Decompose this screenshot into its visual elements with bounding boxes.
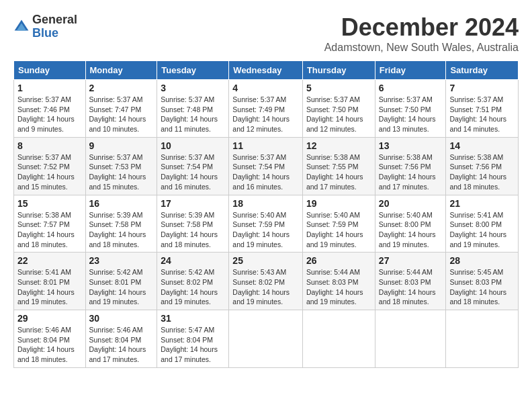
header-saturday: Saturday [446,61,519,80]
title-area: December 2024 Adamstown, New South Wales… [324,13,519,54]
day-number: 5 [306,83,371,93]
day-cell-14: 14 Sunrise: 5:38 AM Sunset: 7:56 PM Dayl… [446,137,519,195]
day-number: 9 [89,140,154,151]
day-number: 16 [89,198,154,209]
header-wednesday: Wednesday [229,61,303,80]
logo-general: General [32,13,77,26]
day-cell-5: 5 Sunrise: 5:37 AM Sunset: 7:50 PM Dayli… [302,80,375,138]
calendar-week-5: 29 Sunrise: 5:46 AM Sunset: 8:04 PM Dayl… [14,310,519,368]
day-info: Sunrise: 5:37 AM Sunset: 7:54 PM Dayligh… [232,152,299,192]
header-monday: Monday [85,61,157,80]
day-info: Sunrise: 5:41 AM Sunset: 8:00 PM Dayligh… [449,210,515,250]
empty-cell [302,310,375,368]
day-number: 4 [232,83,299,93]
month-title: December 2024 [324,13,519,42]
day-number: 30 [89,313,154,324]
day-number: 31 [161,313,225,324]
header-thursday: Thursday [302,61,375,80]
day-cell-25: 25 Sunrise: 5:43 AM Sunset: 8:02 PM Dayl… [229,253,303,310]
day-number: 14 [449,140,515,151]
day-cell-16: 16 Sunrise: 5:39 AM Sunset: 7:58 PM Dayl… [85,195,157,253]
day-info: Sunrise: 5:37 AM Sunset: 7:50 PM Dayligh… [379,95,443,134]
day-cell-27: 27 Sunrise: 5:44 AM Sunset: 8:03 PM Dayl… [375,253,446,310]
day-number: 24 [161,255,225,266]
header-tuesday: Tuesday [157,61,229,80]
day-cell-20: 20 Sunrise: 5:40 AM Sunset: 8:00 PM Dayl… [375,195,446,253]
day-cell-6: 6 Sunrise: 5:37 AM Sunset: 7:50 PM Dayli… [375,80,446,138]
day-cell-11: 11 Sunrise: 5:37 AM Sunset: 7:54 PM Dayl… [229,137,303,195]
day-number: 18 [232,198,299,209]
day-info: Sunrise: 5:37 AM Sunset: 7:54 PM Dayligh… [161,152,225,192]
day-number: 12 [306,140,371,151]
day-info: Sunrise: 5:37 AM Sunset: 7:49 PM Dayligh… [232,95,299,134]
calendar-week-1: 1 Sunrise: 5:37 AM Sunset: 7:46 PM Dayli… [14,80,519,138]
empty-cell [446,310,519,368]
day-cell-2: 2 Sunrise: 5:37 AM Sunset: 7:47 PM Dayli… [85,80,157,138]
day-cell-29: 29 Sunrise: 5:46 AM Sunset: 8:04 PM Dayl… [14,310,86,368]
calendar-week-4: 22 Sunrise: 5:41 AM Sunset: 8:01 PM Dayl… [14,253,519,310]
day-cell-22: 22 Sunrise: 5:41 AM Sunset: 8:01 PM Dayl… [14,253,86,310]
header-sunday: Sunday [14,61,86,80]
day-info: Sunrise: 5:46 AM Sunset: 8:04 PM Dayligh… [89,325,154,365]
day-info: Sunrise: 5:37 AM Sunset: 7:53 PM Dayligh… [89,152,154,192]
empty-cell [375,310,446,368]
day-info: Sunrise: 5:43 AM Sunset: 8:02 PM Dayligh… [232,267,299,307]
day-number: 25 [232,255,299,266]
logo-blue: Blue [32,26,58,40]
day-number: 26 [306,255,371,266]
day-number: 29 [17,313,82,324]
day-cell-4: 4 Sunrise: 5:37 AM Sunset: 7:49 PM Dayli… [229,80,303,138]
empty-cell [229,310,303,368]
day-number: 3 [161,83,225,93]
day-info: Sunrise: 5:44 AM Sunset: 8:03 PM Dayligh… [306,267,371,307]
location-subtitle: Adamstown, New South Wales, Australia [324,42,519,54]
logo: General Blue [13,13,77,40]
day-cell-9: 9 Sunrise: 5:37 AM Sunset: 7:53 PM Dayli… [85,137,157,195]
day-cell-30: 30 Sunrise: 5:46 AM Sunset: 8:04 PM Dayl… [85,310,157,368]
day-info: Sunrise: 5:44 AM Sunset: 8:03 PM Dayligh… [379,267,443,307]
day-cell-23: 23 Sunrise: 5:42 AM Sunset: 8:01 PM Dayl… [85,253,157,310]
day-number: 21 [449,198,515,209]
day-number: 17 [161,198,225,209]
day-info: Sunrise: 5:37 AM Sunset: 7:46 PM Dayligh… [17,95,82,134]
day-number: 2 [89,83,154,93]
header-row: Sunday Monday Tuesday Wednesday Thursday… [14,61,519,80]
day-cell-3: 3 Sunrise: 5:37 AM Sunset: 7:48 PM Dayli… [157,80,229,138]
calendar-week-3: 15 Sunrise: 5:38 AM Sunset: 7:57 PM Dayl… [14,195,519,253]
day-cell-12: 12 Sunrise: 5:38 AM Sunset: 7:55 PM Dayl… [302,137,375,195]
day-info: Sunrise: 5:40 AM Sunset: 7:59 PM Dayligh… [306,210,371,250]
day-info: Sunrise: 5:42 AM Sunset: 8:01 PM Dayligh… [89,267,154,307]
day-info: Sunrise: 5:40 AM Sunset: 7:59 PM Dayligh… [232,210,299,250]
day-cell-7: 7 Sunrise: 5:37 AM Sunset: 7:51 PM Dayli… [446,80,519,138]
day-cell-28: 28 Sunrise: 5:45 AM Sunset: 8:03 PM Dayl… [446,253,519,310]
day-info: Sunrise: 5:38 AM Sunset: 7:56 PM Dayligh… [379,152,443,192]
day-number: 7 [449,83,515,93]
day-number: 13 [379,140,443,151]
day-info: Sunrise: 5:38 AM Sunset: 7:55 PM Dayligh… [306,152,371,192]
day-number: 23 [89,255,154,266]
day-cell-19: 19 Sunrise: 5:40 AM Sunset: 7:59 PM Dayl… [302,195,375,253]
day-number: 19 [306,198,371,209]
day-cell-13: 13 Sunrise: 5:38 AM Sunset: 7:56 PM Dayl… [375,137,446,195]
day-number: 8 [17,140,82,151]
logo-icon [13,19,30,35]
day-cell-24: 24 Sunrise: 5:42 AM Sunset: 8:02 PM Dayl… [157,253,229,310]
calendar-table: Sunday Monday Tuesday Wednesday Thursday… [13,60,519,368]
day-number: 10 [161,140,225,151]
day-cell-1: 1 Sunrise: 5:37 AM Sunset: 7:46 PM Dayli… [14,80,86,138]
day-number: 1 [17,83,82,93]
day-cell-17: 17 Sunrise: 5:39 AM Sunset: 7:58 PM Dayl… [157,195,229,253]
page-header: General Blue December 2024 Adamstown, Ne… [13,13,519,54]
day-cell-10: 10 Sunrise: 5:37 AM Sunset: 7:54 PM Dayl… [157,137,229,195]
day-info: Sunrise: 5:37 AM Sunset: 7:48 PM Dayligh… [161,95,225,134]
day-number: 20 [379,198,443,209]
day-info: Sunrise: 5:41 AM Sunset: 8:01 PM Dayligh… [17,267,82,307]
day-cell-8: 8 Sunrise: 5:37 AM Sunset: 7:52 PM Dayli… [14,137,86,195]
day-cell-31: 31 Sunrise: 5:47 AM Sunset: 8:04 PM Dayl… [157,310,229,368]
day-info: Sunrise: 5:39 AM Sunset: 7:58 PM Dayligh… [89,210,154,250]
day-info: Sunrise: 5:47 AM Sunset: 8:04 PM Dayligh… [161,325,225,365]
header-friday: Friday [375,61,446,80]
day-info: Sunrise: 5:37 AM Sunset: 7:52 PM Dayligh… [17,152,82,192]
day-cell-26: 26 Sunrise: 5:44 AM Sunset: 8:03 PM Dayl… [302,253,375,310]
day-info: Sunrise: 5:39 AM Sunset: 7:58 PM Dayligh… [161,210,225,250]
